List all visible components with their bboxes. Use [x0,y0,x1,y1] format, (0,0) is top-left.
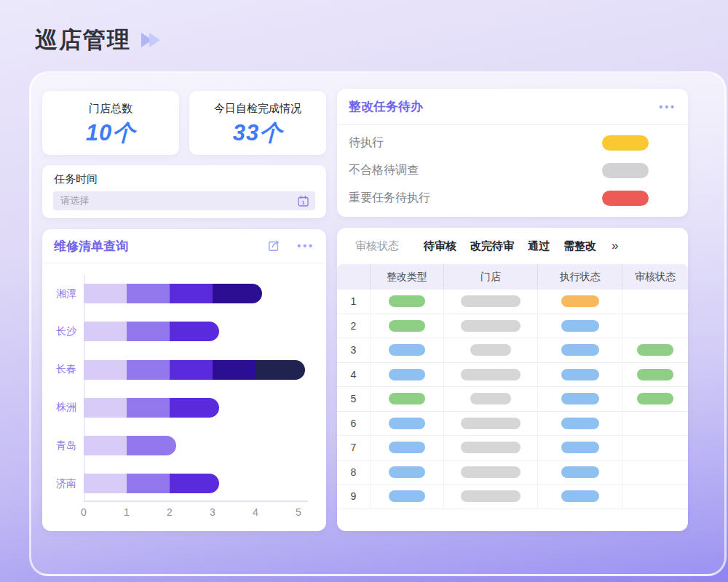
review-status-pill [637,344,673,356]
chart-bar [84,398,219,418]
row-number-cell: 1 [337,290,370,314]
table-cell [537,387,622,411]
exec-status-pill [561,442,599,453]
tab-3[interactable]: 通过 [528,239,550,253]
bar-segment [84,284,127,303]
review-table-card: 审核状态 待审核改完待审通过需整改 » 整改类型门店执行状态审核状态 12345… [337,228,688,531]
row-number-cell: 9 [337,485,370,509]
tab-4[interactable]: 需整改 [563,239,596,253]
arrow-right-icon [149,33,160,47]
task-time-date-input[interactable]: 请选择 1 [53,191,315,210]
status-pill [602,191,649,206]
status-pill [602,135,649,151]
column-header: 门店 [443,264,537,290]
chart-row: 济南 [50,474,322,493]
table-cell [370,363,443,387]
table-cell [443,436,537,460]
chart-category-label: 株洲 [50,401,76,414]
table-row[interactable]: 2 [337,314,688,339]
column-header: 审核状态 [622,264,688,290]
todo-items: 待执行不合格待调查重要任务待执行 [337,125,688,212]
chart-category-label: 济南 [50,477,76,490]
table-cell [370,387,443,411]
table-cell [537,290,622,314]
repair-card-title: 维修清单查询 [54,238,266,255]
store-pill [461,442,521,453]
store-pill [470,344,511,356]
todo-item-label: 不合格待调查 [349,163,419,178]
table-cell [622,387,688,411]
exec-status-pill [561,393,599,404]
exec-status-pill [561,490,599,502]
calendar-icon[interactable]: 1 [297,195,309,207]
table-cell [443,290,537,314]
tab-2[interactable]: 改完待审 [470,239,514,253]
axis-tick-label: 0 [81,506,87,518]
table-row[interactable]: 9 [337,485,688,509]
stat-card-total-stores: 门店总数 10个 [42,91,179,155]
table-row[interactable]: 3 [337,338,688,363]
bar-segment [256,360,305,380]
table-cell [537,461,622,485]
stat-card-self-check: 今日自检完成情况 33个 [189,91,326,155]
row-number-cell: 7 [337,436,370,460]
table-cell [370,436,443,460]
table-header-row: 整改类型门店执行状态审核状态 [337,264,688,290]
rectify-todo-card: 整改任务待办 ••• 待执行不合格待调查重要任务待执行 [337,89,688,217]
bar-segment [127,474,170,493]
rectify-type-pill [389,442,425,453]
table-row[interactable]: 1 [337,290,688,314]
table-cell [537,314,622,338]
todo-item-label: 待执行 [349,135,384,151]
table-row[interactable]: 5 [337,387,688,412]
table-row[interactable]: 8 [337,461,688,485]
more-menu-icon[interactable]: ••• [297,241,314,251]
store-pill [470,393,511,404]
repair-list-card: 维修清单查询 ••• 湘潭长沙长春株洲青岛济南 012345 [42,229,326,531]
rectify-type-pill [389,369,425,380]
export-icon[interactable] [266,239,281,253]
table-cell [443,338,537,362]
todo-item: 不合格待调查 [337,156,688,184]
bar-segment [84,360,127,380]
store-pill [461,466,521,478]
table-body: 123456789 [337,290,688,509]
table-cell [537,363,622,387]
table-row[interactable]: 4 [337,363,688,388]
stat-value: 33个 [189,118,326,148]
table-cell [370,290,443,314]
axis-tick-label: 4 [253,506,258,518]
bar-segment [170,398,219,418]
table-cell [622,338,688,362]
more-tabs-button[interactable]: » [612,239,618,253]
chart-rows: 湘潭长沙长春株洲青岛济南 [50,284,322,512]
bar-segment [84,322,127,341]
bar-segment [170,284,213,303]
table-cell [370,412,443,436]
table-cell [370,338,443,362]
tab-1[interactable]: 待审核 [424,239,456,253]
bar-segment [84,436,127,455]
table-cell [443,412,537,436]
chart-bar [84,436,176,455]
table-row[interactable]: 7 [337,436,688,461]
bar-segment [213,360,256,380]
exec-status-pill [561,466,599,478]
axis-tick-label: 3 [210,506,215,518]
table-cell [622,290,688,314]
more-menu-icon[interactable]: ••• [659,102,676,112]
page-title: 巡店管理 [35,25,131,55]
bar-segment [84,474,127,493]
row-number-cell: 5 [337,387,370,411]
svg-text:1: 1 [301,199,305,206]
date-input-placeholder: 请选择 [60,194,297,207]
page-header: 巡店管理 [35,25,160,55]
task-time-label: 任务时间 [54,172,98,186]
table-cell [443,485,537,509]
chart-row: 株洲 [50,398,322,418]
bar-segment [170,474,219,493]
table-row[interactable]: 6 [337,412,688,436]
table-cell [443,461,537,485]
task-time-card: 任务时间 请选择 1 [42,165,326,218]
exec-status-pill [561,344,599,356]
